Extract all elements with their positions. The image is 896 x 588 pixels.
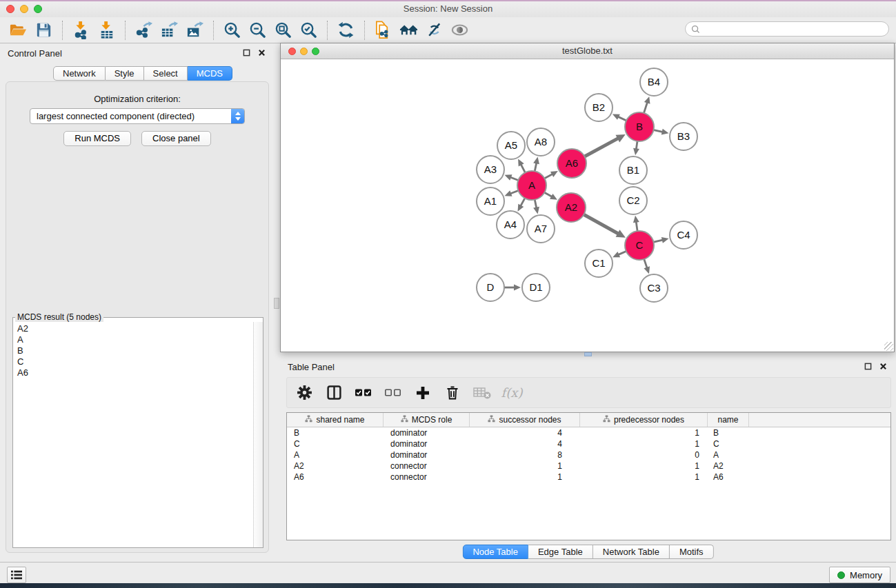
column-header-predecessor-nodes[interactable]: predecessor nodes — [580, 413, 708, 427]
add-entry-icon[interactable] — [414, 384, 432, 402]
graph-edge-arrowhead — [661, 237, 669, 243]
control-panel: Control Panel NetworkStyleSelectMCDS Opt… — [0, 43, 275, 562]
panel-columns-icon[interactable] — [325, 384, 343, 402]
first-neighbors-icon[interactable] — [396, 19, 421, 41]
close-window-light[interactable] — [6, 5, 14, 13]
list-icon — [10, 569, 23, 580]
mcds-result-item[interactable]: B — [14, 345, 252, 356]
show-hide-eye-icon[interactable] — [447, 19, 472, 41]
deselect-all-icon[interactable] — [384, 384, 402, 402]
import-table-icon[interactable] — [94, 19, 119, 41]
network-minimize-light[interactable] — [300, 48, 308, 55]
mcds-result-item[interactable]: A2 — [14, 323, 252, 334]
select-all-icon[interactable] — [355, 384, 372, 402]
network-close-light[interactable] — [288, 48, 296, 55]
cell-successor-nodes: 1 — [470, 472, 580, 483]
optimization-criterion-select[interactable]: largest connected component (directed) — [30, 108, 245, 124]
delete-entry-icon[interactable] — [444, 384, 461, 402]
graph-node-label: C4 — [677, 229, 690, 241]
network-from-clipboard-icon[interactable] — [370, 19, 396, 41]
graph-edge-arrowhead — [533, 157, 539, 165]
run-mcds-button[interactable]: Run MCDS — [63, 131, 131, 146]
table-toolbar: f(x) — [286, 377, 891, 408]
network-window-titlebar[interactable]: testGlobe.txt — [281, 43, 894, 59]
close-panel-icon[interactable] — [258, 49, 266, 57]
table-tab-motifs[interactable]: Motifs — [670, 545, 714, 559]
float-table-panel-icon[interactable] — [864, 363, 872, 370]
toolbar-separator — [125, 21, 126, 40]
export-image-icon[interactable] — [182, 19, 208, 41]
column-header-label: successor nodes — [499, 415, 561, 425]
import-network-icon[interactable] — [68, 19, 94, 41]
save-session-icon[interactable] — [31, 19, 57, 41]
zoom-out-icon[interactable] — [245, 19, 270, 41]
horizontal-splitter-handle[interactable] — [584, 352, 592, 356]
table-row[interactable]: Cdominator41C — [287, 438, 890, 449]
window-resize-grip[interactable] — [884, 342, 893, 351]
control-tab-style[interactable]: Style — [106, 66, 144, 81]
graph-edge-arrowhead — [533, 207, 539, 214]
cell-shared-name: A6 — [287, 472, 384, 483]
column-header-shared-name[interactable]: shared name — [287, 413, 384, 427]
search-box[interactable] — [685, 21, 889, 37]
minimize-window-light[interactable] — [20, 5, 28, 13]
column-header-successor-nodes[interactable]: successor nodes — [470, 413, 580, 427]
column-header-name[interactable]: name — [708, 413, 749, 427]
float-panel-icon[interactable] — [243, 49, 250, 57]
cell-predecessor-nodes: 1 — [580, 472, 708, 483]
close-panel-button[interactable]: Close panel — [141, 131, 211, 146]
table-row[interactable]: Adominator80A — [287, 449, 890, 460]
control-tab-select[interactable]: Select — [144, 66, 188, 81]
graph-edge-A6-B[interactable] — [584, 138, 619, 157]
graph-edge-A2-C[interactable] — [583, 214, 619, 234]
result-scrollbar[interactable] — [253, 322, 263, 547]
graph-edge-arrowhead — [505, 190, 512, 196]
search-input[interactable] — [704, 24, 884, 34]
main-toolbar — [0, 17, 896, 43]
zoom-in-icon[interactable] — [219, 19, 245, 41]
graph-node-label: D1 — [529, 281, 542, 293]
export-network-icon[interactable] — [131, 19, 157, 41]
cell-MCDS-role: dominator — [384, 449, 470, 460]
cell-predecessor-nodes: 1 — [580, 460, 708, 472]
network-zoom-light[interactable] — [312, 48, 319, 55]
graph-node-label: B4 — [648, 76, 660, 88]
show-hide-style-icon[interactable] — [421, 19, 447, 41]
open-file-icon[interactable] — [6, 19, 31, 41]
mcds-result-item[interactable]: A6 — [14, 367, 252, 378]
table-row[interactable]: A6connector11A6 — [287, 472, 890, 483]
table-body: Bdominator41BCdominator41CAdominator80AA… — [287, 427, 890, 483]
zoom-fit-icon[interactable] — [270, 19, 296, 41]
refresh-layout-icon[interactable] — [333, 19, 359, 41]
cell-predecessor-nodes: 1 — [580, 438, 708, 449]
table-tab-network-table[interactable]: Network Table — [593, 545, 670, 559]
cell-MCDS-role: connector — [384, 460, 470, 472]
table-tab-edge-table[interactable]: Edge Table — [528, 545, 593, 559]
zoom-window-light[interactable] — [34, 5, 42, 13]
graph-edge-arrowhead — [514, 285, 521, 291]
network-graph: B4B2BB3A5A8A6B1A3AC2A1A2A4A7C4CC1C3DD1 — [281, 59, 894, 352]
table-row[interactable]: A2connector11A2 — [287, 460, 890, 472]
mcds-result-title: MCDS result (5 nodes) — [15, 312, 103, 322]
task-history-button[interactable] — [7, 567, 26, 583]
column-header-MCDS-role[interactable]: MCDS role — [384, 413, 470, 427]
column-settings-icon[interactable] — [295, 384, 313, 402]
mcds-result-item[interactable]: C — [14, 356, 252, 367]
column-tree-icon — [603, 415, 610, 425]
cell-shared-name: B — [287, 427, 384, 438]
close-table-panel-icon[interactable] — [879, 363, 887, 370]
zoom-selected-icon[interactable] — [296, 19, 321, 41]
network-canvas[interactable]: B4B2BB3A5A8A6B1A3AC2A1A2A4A7C4CC1C3DD1 — [281, 59, 894, 352]
memory-button[interactable]: Memory — [829, 567, 890, 583]
graph-node-label: A2 — [565, 201, 577, 213]
cell-name: A — [708, 449, 749, 460]
panel-splitter-handle[interactable] — [274, 298, 279, 309]
export-table-icon[interactable] — [157, 19, 182, 41]
control-tab-mcds[interactable]: MCDS — [188, 66, 232, 81]
column-tree-icon — [305, 415, 312, 425]
table-row[interactable]: Bdominator41B — [287, 427, 890, 438]
mcds-result-item[interactable]: A — [14, 334, 252, 345]
table-tab-node-table[interactable]: Node Table — [462, 545, 528, 559]
control-tab-network[interactable]: Network — [53, 66, 106, 81]
search-icon — [690, 24, 701, 34]
